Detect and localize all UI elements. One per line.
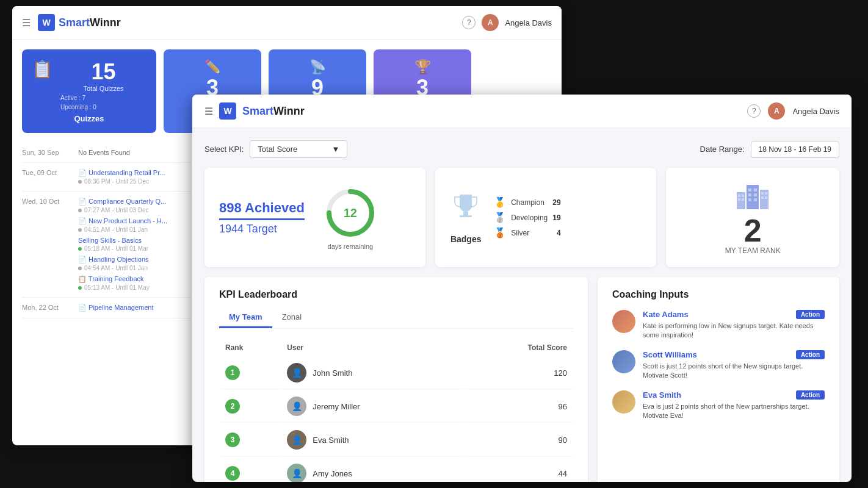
coaching-name-2[interactable]: Eva Smith	[643, 390, 681, 400]
coaching-item-0: Kate Adams Action Kate is performing low…	[612, 310, 825, 340]
lb-thead: Rank User Total Score	[220, 340, 572, 356]
score-4: 44	[465, 458, 572, 482]
cal-date-7: Mon, 22 Oct	[22, 304, 71, 311]
svg-rect-2	[463, 212, 468, 215]
cal-event-4[interactable]: Selling Skills - Basics	[78, 237, 167, 244]
cal-time-4: 05:18 AM - Until 01 Mar	[78, 245, 167, 252]
developing-name: Developing	[511, 214, 548, 222]
bg-logo-icon: W	[38, 14, 55, 31]
fg-header: ☰ W SmartWinnr ? A Angela Davis	[192, 95, 852, 128]
quizzes-sub1: Active : 7	[60, 95, 146, 101]
coaching-name-0[interactable]: Kate Adams	[643, 310, 689, 319]
lower-row: KPI Leaderboard My Team Zonal Rank User …	[204, 277, 839, 482]
fg-help-icon[interactable]: ?	[747, 104, 761, 118]
kpi-select[interactable]: Total Score ▼	[250, 140, 347, 158]
coaching-header-0: Kate Adams Action	[643, 310, 825, 319]
silver-name: Silver	[511, 229, 529, 237]
badge-item-1: 🥈 Developing 19	[494, 212, 560, 223]
cal-time-1: 08:36 PM - Until 25 Dec	[78, 178, 165, 185]
fg-header-right: ? A Angela Davis	[747, 102, 839, 120]
rank-buildings-icon	[734, 180, 771, 215]
quizzes-label: Total Quizzes	[60, 85, 146, 92]
quizzes-icon: 📋	[32, 59, 53, 79]
user-avatar-2: 👤	[287, 396, 306, 416]
cal-time-6: 05:13 AM - Until 01 May	[78, 284, 167, 291]
developing-count: 19	[552, 214, 560, 222]
silver-count: 4	[557, 229, 561, 237]
champion-count: 29	[552, 198, 560, 207]
team-rank-card: 2 MY TEAM RANK	[666, 168, 839, 267]
bg-hamburger-icon[interactable]: ☰	[22, 17, 31, 29]
cal-event-5[interactable]: 📄 Handling Objections	[78, 256, 167, 264]
coaching-item-2: Eva Smith Action Eva is just 2 points sh…	[612, 390, 825, 421]
cal-event-2[interactable]: 📄 Compliance Quarterly Q...	[78, 198, 167, 206]
user-avatar-3: 👤	[287, 430, 306, 450]
champion-emoji: 🥇	[494, 196, 506, 208]
bg-user-name: Angela Davis	[505, 18, 552, 27]
svg-rect-5	[738, 195, 740, 197]
cal-event-3[interactable]: 📄 New Product Launch - H...	[78, 217, 167, 225]
score-3: 90	[465, 424, 572, 456]
svg-rect-10	[748, 188, 751, 192]
badges-card: Badges 🥇 Champion 29 🥈 Developing 19 🥉	[435, 168, 656, 267]
rank-label: MY TEAM RANK	[725, 246, 781, 255]
tab-zonal[interactable]: Zonal	[272, 307, 312, 328]
svg-rect-3	[460, 215, 472, 217]
badge-list: 🥇 Champion 29 🥈 Developing 19 🥉 Silver 4	[494, 196, 560, 239]
date-range-value[interactable]: 18 Nov 18 - 16 Feb 19	[751, 141, 839, 158]
tab-my-team[interactable]: My Team	[219, 307, 272, 328]
svg-rect-7	[738, 198, 740, 201]
bg-help-icon[interactable]: ?	[462, 16, 476, 29]
action-badge-0[interactable]: Action	[796, 310, 825, 319]
table-row: 4 👤 Amy Jones 44	[220, 458, 572, 482]
svg-rect-20	[765, 196, 767, 199]
action-badge-2[interactable]: Action	[796, 390, 825, 400]
leaderboard-title: KPI Leaderboard	[219, 289, 573, 300]
cal-event-6[interactable]: 📋 Training Feedback	[78, 275, 167, 283]
svg-rect-15	[754, 198, 757, 201]
fg-hamburger-icon[interactable]: ☰	[204, 106, 213, 117]
developing-emoji: 🥈	[494, 212, 506, 223]
stats-row: 898 Achieved 1944 Target 12 days remaini…	[204, 168, 839, 267]
svg-rect-18	[765, 192, 767, 195]
svg-rect-12	[748, 193, 751, 196]
coaching-item-1: Scott Williams Action Scott is just 12 p…	[612, 350, 825, 381]
badges-icon-area: Badges	[450, 191, 482, 244]
kpi-label: Select KPI:	[204, 145, 244, 154]
kpi-row: Select KPI: Total Score ▼ Date Range: 18…	[204, 140, 839, 158]
achievement-card: 898 Achieved 1944 Target 12 days remaini…	[204, 168, 425, 267]
badge-item-0: 🥇 Champion 29	[494, 196, 560, 208]
user-name-2: Jeremy Miller	[313, 402, 360, 411]
svg-rect-11	[754, 188, 757, 192]
bg-quizzes-card[interactable]: 📋 15 Total Quizzes Active : 7 Upcoming :…	[22, 49, 156, 133]
fg-logo-text: SmartWinnr	[242, 105, 305, 118]
leaderboard-tabs: My Team Zonal	[219, 307, 573, 329]
table-row: 1 👤 John Smith 120	[220, 357, 572, 389]
rank-badge-2: 2	[225, 399, 240, 414]
coaching-card: Coaching Inputs Kate Adams Action Kate i…	[598, 277, 839, 482]
svg-rect-17	[761, 192, 764, 195]
user-cell-2: 👤 Jeremy Miller	[287, 396, 458, 416]
user-name-4: Amy Jones	[313, 469, 352, 478]
user-cell-3: 👤 Eva Smith	[287, 430, 458, 450]
rank-badge-1: 1	[225, 365, 240, 380]
bg-user-avatar: A	[482, 14, 499, 31]
quizzes-sub2: Upcoming : 0	[60, 104, 146, 110]
bg-logo: W SmartWinnr	[38, 14, 121, 31]
foreground-window: ☰ W SmartWinnr ? A Angela Davis Select K…	[192, 95, 852, 482]
cal-time-2: 07:27 AM - Until 03 Dec	[78, 207, 167, 214]
date-range-label: Date Range:	[700, 145, 745, 154]
user-avatar-1: 👤	[287, 363, 306, 382]
bg-header: ☰ W SmartWinnr ? A Angela Davis	[12, 6, 562, 40]
coaching-name-1[interactable]: Scott Williams	[643, 350, 697, 359]
surveys-icon: ✏️	[173, 59, 251, 75]
svg-rect-19	[761, 196, 764, 199]
action-badge-1[interactable]: Action	[796, 350, 825, 359]
date-range: Date Range: 18 Nov 18 - 16 Feb 19	[700, 141, 839, 158]
table-row: 3 👤 Eva Smith 90	[220, 424, 572, 456]
leaderboard-card: KPI Leaderboard My Team Zonal Rank User …	[204, 277, 588, 482]
days-circle: 12	[323, 185, 378, 240]
col-user: User	[282, 340, 463, 356]
cal-event-7[interactable]: 📄 Pipeline Management	[78, 304, 153, 312]
cal-event-1[interactable]: 📄 Understanding Retail Pr...	[78, 169, 165, 177]
